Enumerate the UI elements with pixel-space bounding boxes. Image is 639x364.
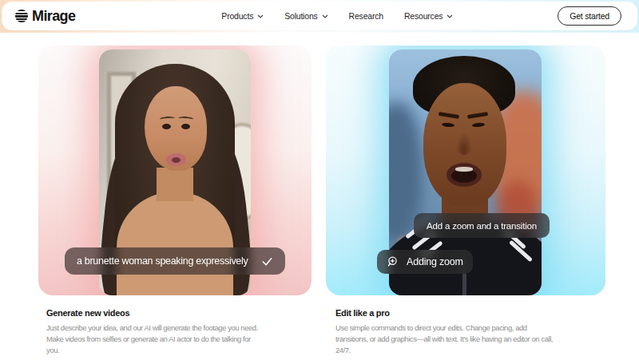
prompt-caption-text: a brunette woman speaking expressively xyxy=(77,255,248,267)
eye-illustration xyxy=(162,124,171,129)
edit-command-text: Add a zoom and a transition xyxy=(427,221,537,231)
chevron-down-icon xyxy=(322,14,328,18)
chevron-down-icon xyxy=(257,14,264,18)
edit-command-tooltip: Add a zoom and a transition xyxy=(414,213,550,238)
neck-illustration xyxy=(157,168,193,201)
nav-item-solutions[interactable]: Solutions xyxy=(284,11,327,21)
nav-item-resources[interactable]: Resources xyxy=(404,11,453,21)
shoulders-illustration xyxy=(117,192,233,295)
edit-feature-card: Add a zoom and a transition Adding zoom xyxy=(326,46,605,295)
get-started-button[interactable]: Get started xyxy=(558,6,621,26)
zoom-in-icon xyxy=(387,255,399,268)
generate-heading: Generate new videos xyxy=(46,308,129,318)
mouth-illustration xyxy=(447,163,482,187)
brand-logo[interactable]: Mirage xyxy=(15,8,75,25)
lips-illustration xyxy=(166,153,186,166)
nav-item-label: Resources xyxy=(404,11,443,21)
check-icon xyxy=(261,255,273,267)
brand-name: Mirage xyxy=(32,8,75,25)
nav-item-label: Research xyxy=(349,11,383,21)
generate-description: Just describe your idea, and our AI will… xyxy=(46,322,318,355)
nav-item-label: Solutions xyxy=(284,11,317,21)
striped-sphere-icon xyxy=(15,10,28,22)
chevron-down-icon xyxy=(447,14,453,18)
mirage-landing-page: Mirage Products Solutions Research Resou… xyxy=(0,0,639,364)
nav-item-label: Products xyxy=(221,11,253,21)
prompt-caption-pill: a brunette woman speaking expressively xyxy=(65,247,285,275)
nav-item-research[interactable]: Research xyxy=(349,11,383,21)
nose-illustration xyxy=(456,133,472,155)
adding-zoom-text: Adding zoom xyxy=(407,256,463,267)
edit-description: Use simple commands to direct your edits… xyxy=(335,322,613,355)
adding-zoom-tooltip: Adding zoom xyxy=(377,250,473,274)
eye-illustration xyxy=(181,124,190,129)
top-navbar: Mirage Products Solutions Research Resou… xyxy=(2,2,637,30)
generate-feature-card: a brunette woman speaking expressively xyxy=(38,46,312,295)
nav-item-products[interactable]: Products xyxy=(221,11,264,21)
edit-heading: Edit like a pro xyxy=(335,308,390,318)
main-nav: Products Solutions Research Resources xyxy=(221,11,453,21)
